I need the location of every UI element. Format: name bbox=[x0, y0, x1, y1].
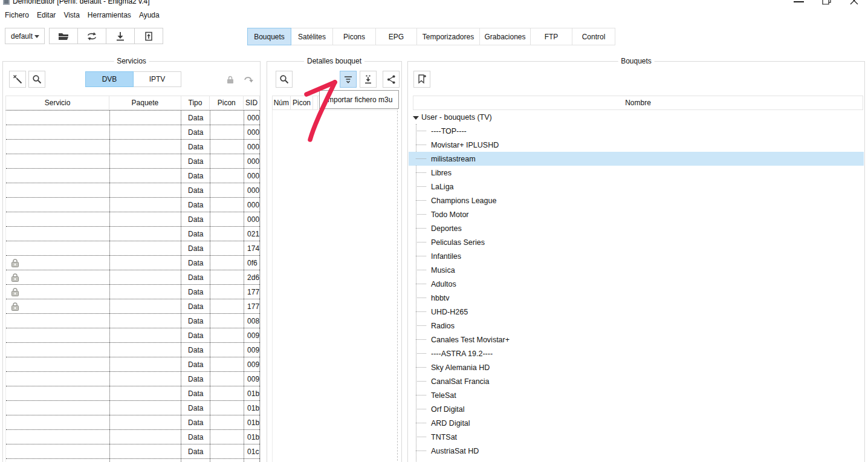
table-row[interactable]: Data 000 bbox=[6, 198, 260, 212]
table-row[interactable]: Data 000 bbox=[6, 154, 260, 169]
bouquet-item[interactable]: Infantiles bbox=[409, 249, 864, 263]
table-row[interactable]: Data 01c bbox=[6, 444, 260, 459]
cell-sid: 009 bbox=[244, 328, 260, 342]
minimize-button[interactable] bbox=[794, 1, 804, 2]
iptv-button[interactable]: IPTV bbox=[133, 71, 181, 87]
import-m3u-button[interactable] bbox=[340, 71, 357, 88]
tab-picons[interactable]: Picons bbox=[332, 28, 376, 45]
col-picon[interactable]: Picon bbox=[210, 96, 244, 109]
table-row[interactable]: Data 177 bbox=[6, 299, 260, 314]
transfer-button[interactable] bbox=[77, 28, 106, 44]
bouquet-item-label: hbbtv bbox=[431, 294, 450, 302]
bouquet-item[interactable]: Canal Digital bbox=[409, 458, 864, 462]
tree-root-row[interactable]: User - bouquets (TV) bbox=[409, 110, 864, 124]
col-picon-det[interactable]: Picon bbox=[291, 96, 314, 109]
tab-bouquets[interactable]: Bouquets bbox=[247, 28, 291, 45]
menu-fichero[interactable]: Fichero bbox=[5, 10, 29, 21]
reload-button[interactable] bbox=[240, 71, 257, 88]
tab-temporizadores[interactable]: Temporizadores bbox=[416, 28, 480, 45]
table-row[interactable]: Data 000 bbox=[6, 183, 260, 198]
bouquet-item[interactable]: Radios bbox=[409, 319, 864, 333]
cell-sid: 01b bbox=[244, 430, 260, 444]
details-search-button[interactable] bbox=[276, 71, 293, 88]
table-row[interactable]: Data 01b bbox=[6, 386, 260, 401]
table-row[interactable]: Data 000 bbox=[6, 169, 260, 183]
menu-editar[interactable]: Editar bbox=[37, 10, 56, 21]
menu-vista[interactable]: Vista bbox=[63, 10, 79, 21]
import-file-button[interactable] bbox=[134, 28, 163, 44]
bouquet-item[interactable]: milistastream bbox=[409, 152, 864, 166]
table-row[interactable]: Data 01b bbox=[6, 401, 260, 415]
table-row[interactable]: Data 177 bbox=[6, 285, 260, 299]
table-row[interactable]: Data 2d6 bbox=[6, 270, 260, 285]
bouquet-item[interactable]: Adultos bbox=[409, 277, 864, 291]
table-row[interactable]: Data 000 bbox=[6, 111, 260, 125]
bouquet-item[interactable]: TNTSat bbox=[409, 430, 864, 444]
services-search-button[interactable] bbox=[28, 71, 45, 88]
table-row[interactable]: Data 000 bbox=[6, 125, 260, 140]
tree-connector bbox=[416, 298, 426, 298]
expander-icon[interactable] bbox=[413, 116, 419, 120]
table-row[interactable]: Data 0f6 bbox=[6, 256, 260, 270]
tab-control[interactable]: Control bbox=[572, 28, 615, 45]
tab-grabaciones[interactable]: Grabaciones bbox=[479, 28, 531, 45]
col-num[interactable]: Núm bbox=[273, 96, 291, 109]
tab-satelites[interactable]: Satélites bbox=[291, 28, 333, 45]
services-table-body: Data 000 Data 000 Data 000 Data 000 Data… bbox=[5, 110, 260, 462]
bouquet-item[interactable]: Sky Alemania HD bbox=[409, 360, 864, 374]
edit-marker-button[interactable] bbox=[9, 71, 26, 88]
table-row[interactable]: Data 009 bbox=[6, 343, 260, 357]
table-row[interactable]: Data 174 bbox=[6, 241, 260, 256]
menu-ayuda[interactable]: Ayuda bbox=[139, 10, 160, 21]
bouquet-item[interactable]: AustriaSat HD bbox=[409, 444, 864, 458]
import-bouquet-button[interactable] bbox=[360, 71, 377, 88]
tab-ftp[interactable]: FTP bbox=[530, 28, 572, 45]
bouquet-item[interactable]: Musica bbox=[409, 263, 864, 277]
bouquet-item[interactable]: Todo Motor bbox=[409, 207, 864, 221]
lock-button[interactable] bbox=[222, 71, 239, 88]
col-nombre[interactable]: Nombre bbox=[413, 96, 863, 109]
bouquet-item[interactable]: CanalSat Francia bbox=[409, 374, 864, 388]
table-row[interactable]: Data 009 bbox=[6, 372, 260, 386]
col-sid[interactable]: SID bbox=[244, 96, 259, 109]
col-servicio[interactable]: Servicio bbox=[6, 96, 109, 109]
bouquet-item[interactable]: Deportes bbox=[409, 221, 864, 235]
table-row[interactable]: Data 01c bbox=[6, 459, 260, 462]
table-row[interactable]: Data 01b bbox=[6, 430, 260, 444]
bouquet-item[interactable]: Peliculas Series bbox=[409, 235, 864, 249]
cell-servicio bbox=[6, 270, 110, 284]
profile-combobox[interactable]: default bbox=[5, 28, 45, 44]
bouquet-item[interactable]: Champions League bbox=[409, 194, 864, 207]
col-tipo[interactable]: Tipo bbox=[181, 96, 210, 109]
dvb-button[interactable]: DVB bbox=[85, 71, 134, 87]
tab-epg[interactable]: EPG bbox=[375, 28, 417, 45]
bouquet-item[interactable]: Libres bbox=[409, 166, 864, 180]
bouquet-item[interactable]: Orf Digital bbox=[409, 402, 864, 416]
restore-button[interactable] bbox=[822, 0, 832, 5]
bouquet-item[interactable]: Movistar+ IPLUSHD bbox=[409, 138, 864, 152]
add-bouquet-button[interactable] bbox=[413, 71, 430, 88]
bouquet-item[interactable]: ----ASTRA 19.2---- bbox=[409, 346, 864, 360]
bouquet-item[interactable]: Canales Test Movistar+ bbox=[409, 333, 864, 346]
col-paquete[interactable]: Paquete bbox=[109, 96, 181, 109]
open-folder-button[interactable] bbox=[49, 28, 78, 44]
bouquet-item[interactable]: hbbtv bbox=[409, 291, 864, 305]
table-row[interactable]: Data 009 bbox=[6, 357, 260, 372]
table-row[interactable]: Data 000 bbox=[6, 212, 260, 227]
share-button[interactable] bbox=[383, 71, 400, 88]
bouquet-item[interactable]: ----TOP---- bbox=[409, 124, 864, 138]
close-button[interactable] bbox=[849, 0, 859, 5]
bouquet-item[interactable]: UHD-H265 bbox=[409, 305, 864, 319]
open-folder-icon bbox=[58, 31, 69, 41]
download-button[interactable] bbox=[106, 28, 135, 44]
table-row[interactable]: Data 01b bbox=[6, 415, 260, 430]
table-row[interactable]: Data 000 bbox=[6, 140, 260, 154]
bouquet-item[interactable]: ARD Digital bbox=[409, 416, 864, 430]
bouquet-item[interactable]: TeleSat bbox=[409, 388, 864, 402]
add-bouquet-icon bbox=[417, 74, 427, 85]
table-row[interactable]: Data 021 bbox=[6, 227, 260, 241]
bouquet-item[interactable]: LaLiga bbox=[409, 180, 864, 194]
table-row[interactable]: Data 008 bbox=[6, 314, 260, 328]
table-row[interactable]: Data 009 bbox=[6, 328, 260, 343]
menu-herramientas[interactable]: Herramientas bbox=[88, 10, 131, 21]
